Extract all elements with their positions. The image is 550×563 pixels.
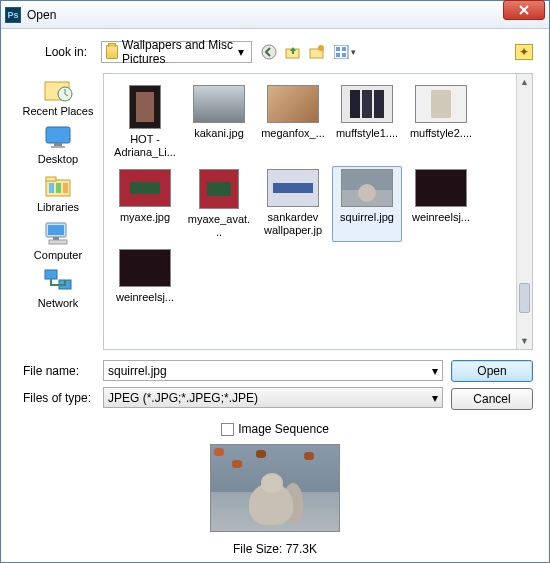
chevron-down-icon: ▾ bbox=[432, 391, 438, 405]
chevron-down-icon: ▾ bbox=[236, 45, 248, 59]
back-button[interactable] bbox=[260, 43, 278, 61]
svg-rect-17 bbox=[56, 183, 61, 193]
favorites-button[interactable]: ✦ bbox=[515, 44, 533, 60]
file-item[interactable]: meganfox_... bbox=[258, 82, 328, 162]
place-libraries-label: Libraries bbox=[37, 201, 79, 213]
place-desktop[interactable]: Desktop bbox=[38, 123, 78, 165]
svg-point-0 bbox=[262, 45, 276, 59]
look-in-combo[interactable]: Wallpapers and Misc Pictures ▾ bbox=[101, 41, 252, 63]
close-button[interactable] bbox=[503, 0, 545, 20]
svg-rect-12 bbox=[54, 143, 62, 146]
filename-label: File name: bbox=[17, 364, 97, 378]
scroll-thumb[interactable] bbox=[519, 283, 530, 313]
svg-rect-16 bbox=[49, 183, 54, 193]
svg-rect-23 bbox=[45, 270, 57, 279]
dialog-body: Look in: Wallpapers and Misc Pictures ▾ bbox=[1, 29, 549, 562]
place-libraries[interactable]: Libraries bbox=[37, 171, 79, 213]
svg-rect-13 bbox=[51, 146, 65, 148]
filename-input[interactable]: squirrel.jpg ▾ bbox=[103, 360, 443, 381]
filetype-label: Files of type: bbox=[17, 391, 97, 405]
file-item[interactable]: sankardev wallpaper.jpg bbox=[258, 166, 328, 242]
computer-icon bbox=[42, 219, 74, 247]
svg-rect-22 bbox=[49, 240, 67, 244]
scroll-up-icon[interactable]: ▲ bbox=[517, 74, 532, 90]
filename-value: squirrel.jpg bbox=[108, 364, 167, 378]
svg-rect-11 bbox=[46, 127, 70, 143]
preview-area: File Size: 77.3K bbox=[17, 444, 533, 556]
file-item-selected[interactable]: squirrel.jpg bbox=[332, 166, 402, 242]
views-icon bbox=[334, 45, 350, 59]
place-recent[interactable]: Recent Places bbox=[23, 75, 94, 117]
desktop-icon bbox=[42, 123, 74, 151]
file-item[interactable]: kakani.jpg bbox=[184, 82, 254, 162]
photoshop-icon: Ps bbox=[5, 7, 21, 23]
network-icon bbox=[42, 267, 74, 295]
up-button[interactable] bbox=[284, 43, 302, 61]
libraries-icon bbox=[42, 171, 74, 199]
svg-rect-15 bbox=[46, 177, 56, 181]
file-item[interactable]: weinreelsj... bbox=[406, 166, 476, 242]
scrollbar[interactable]: ▲ ▼ bbox=[516, 74, 532, 349]
filetype-value: JPEG (*.JPG;*.JPEG;*.JPE) bbox=[108, 391, 258, 405]
chevron-down-icon: ▾ bbox=[351, 47, 356, 57]
look-in-label: Look in: bbox=[17, 45, 93, 59]
back-icon bbox=[261, 44, 277, 60]
titlebar: Ps Open bbox=[1, 1, 549, 29]
middle-area: Recent Places Desktop Libraries bbox=[17, 73, 533, 350]
place-desktop-label: Desktop bbox=[38, 153, 78, 165]
svg-rect-6 bbox=[342, 47, 346, 51]
window-title: Open bbox=[27, 8, 503, 22]
new-folder-icon bbox=[309, 44, 325, 60]
up-folder-icon bbox=[285, 44, 301, 60]
filetype-select[interactable]: JPEG (*.JPG;*.JPEG;*.JPE) ▾ bbox=[103, 387, 443, 408]
file-item[interactable]: myaxe_avat... bbox=[184, 166, 254, 242]
svg-rect-18 bbox=[63, 183, 68, 193]
open-button[interactable]: Open bbox=[451, 360, 533, 382]
star-icon: ✦ bbox=[519, 45, 529, 59]
new-folder-button[interactable] bbox=[308, 43, 326, 61]
scroll-down-icon[interactable]: ▼ bbox=[517, 333, 532, 349]
svg-rect-7 bbox=[336, 53, 340, 57]
toolbar: ▾ bbox=[260, 43, 358, 61]
image-sequence-row: Image Sequence bbox=[17, 422, 533, 436]
folder-icon bbox=[106, 45, 118, 59]
svg-rect-20 bbox=[48, 225, 64, 235]
svg-rect-5 bbox=[336, 47, 340, 51]
chevron-down-icon: ▾ bbox=[432, 364, 438, 378]
svg-point-3 bbox=[318, 45, 324, 51]
cancel-button[interactable]: Cancel bbox=[451, 388, 533, 410]
look-in-value: Wallpapers and Misc Pictures bbox=[122, 38, 235, 66]
place-recent-label: Recent Places bbox=[23, 105, 94, 117]
place-network[interactable]: Network bbox=[38, 267, 78, 309]
views-button[interactable]: ▾ bbox=[332, 43, 358, 61]
preview-image bbox=[210, 444, 340, 532]
file-item[interactable]: myaxe.jpg bbox=[110, 166, 180, 242]
file-item[interactable]: muffstyle1.... bbox=[332, 82, 402, 162]
image-sequence-checkbox[interactable] bbox=[221, 423, 234, 436]
form-rows: File name: squirrel.jpg ▾ Files of type:… bbox=[17, 360, 533, 410]
place-computer-label: Computer bbox=[34, 249, 82, 261]
look-in-row: Look in: Wallpapers and Misc Pictures ▾ bbox=[17, 41, 533, 63]
image-sequence-label: Image Sequence bbox=[238, 422, 329, 436]
places-bar: Recent Places Desktop Libraries bbox=[17, 73, 99, 350]
place-network-label: Network bbox=[38, 297, 78, 309]
place-computer[interactable]: Computer bbox=[34, 219, 82, 261]
open-dialog: Ps Open Look in: Wallpapers and Misc Pic… bbox=[0, 0, 550, 563]
recent-icon bbox=[42, 75, 74, 103]
close-icon bbox=[519, 5, 529, 15]
file-size-label: File Size: 77.3K bbox=[233, 542, 317, 556]
file-item[interactable]: weinreelsj... bbox=[110, 246, 180, 307]
file-list[interactable]: HOT - Adriana_Li... kakani.jpg meganfox_… bbox=[103, 73, 533, 350]
file-item[interactable]: muffstyle2.... bbox=[406, 82, 476, 162]
file-item[interactable]: HOT - Adriana_Li... bbox=[110, 82, 180, 162]
svg-rect-8 bbox=[342, 53, 346, 57]
